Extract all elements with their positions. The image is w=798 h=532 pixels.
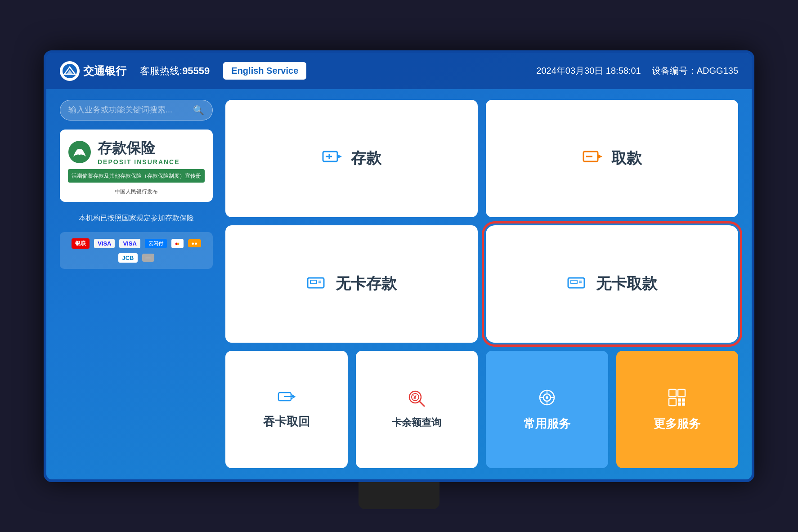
card-icon-visa1: VISA	[94, 239, 115, 248]
svg-rect-25	[669, 389, 676, 397]
card-icon-jcb: JCB	[118, 253, 137, 263]
svg-point-20	[546, 396, 548, 399]
card-return-icon	[278, 390, 296, 409]
bank-name-zh: 交通银行	[83, 64, 126, 78]
card-icons-row: 银联 VISA VISA 云闪付 ●● ●● JCB —	[60, 232, 213, 269]
card-icon-visa2: VISA	[119, 239, 140, 248]
di-subtitle: DEPOSIT INSURANCE	[98, 158, 180, 165]
di-green-bar: 活期储蓄存款及其他存款保险（存款保险制度）宣传册	[68, 169, 205, 183]
datetime: 2024年03月30日 18:58:01	[536, 65, 641, 77]
common-services-icon	[537, 388, 557, 411]
datetime-device: 2024年03月30日 18:58:01 设备编号：ADGG135	[536, 65, 738, 77]
grid-row-3: 吞卡取回 ¥ 卡余额查询	[225, 351, 738, 468]
grid-row-2: 无卡存款 无卡取款	[225, 225, 738, 343]
cardless-deposit-icon	[307, 273, 327, 295]
header: 交通银行 客服热线:95559 English Service 2024年03月…	[46, 53, 752, 89]
bank-logo: 交通银行	[60, 61, 126, 81]
deposit-insurance-card: 存款保险 DEPOSIT INSURANCE 活期储蓄存款及其他存款保险（存款保…	[60, 130, 213, 202]
withdraw-button[interactable]: 取款	[486, 100, 738, 217]
bottom-stand	[359, 482, 439, 509]
svg-rect-26	[678, 389, 685, 397]
svg-rect-9	[571, 280, 577, 284]
di-title: 存款保险	[98, 139, 180, 158]
cardless-withdraw-button[interactable]: 无卡取款	[486, 225, 738, 343]
grid-row-1: 存款 取款	[225, 100, 738, 217]
card-icon-other: —	[142, 254, 154, 262]
left-panel: 🔍 存款保险 DEPOSIT INSURANCE 活期储蓄存款及其	[60, 100, 213, 469]
deposit-label: 存款	[351, 148, 381, 169]
card-return-label: 吞卡取回	[263, 414, 310, 429]
deposit-button[interactable]: 存款	[225, 100, 478, 217]
balance-query-button[interactable]: ¥ 卡余额查询	[356, 351, 478, 468]
more-services-label: 更多服务	[654, 416, 700, 432]
main-content: 🔍 存款保险 DEPOSIT INSURANCE 活期储蓄存款及其	[46, 89, 752, 479]
cardless-deposit-label: 无卡存款	[336, 273, 397, 294]
balance-icon: ¥	[408, 389, 426, 411]
withdraw-label: 取款	[611, 148, 642, 169]
svg-rect-5	[310, 280, 317, 284]
common-services-label: 常用服务	[524, 416, 570, 432]
common-services-button[interactable]: 常用服务	[486, 351, 608, 468]
search-input[interactable]	[68, 105, 188, 115]
svg-rect-31	[682, 402, 685, 406]
cardless-withdraw-label: 无卡取款	[596, 273, 657, 294]
grid-panel: 存款 取款	[225, 100, 738, 469]
cardless-deposit-button[interactable]: 无卡存款	[225, 225, 478, 343]
svg-rect-30	[678, 402, 681, 406]
svg-text:¥: ¥	[413, 394, 417, 401]
card-icon-quickpass: 云闪付	[145, 239, 167, 248]
device-id: 设备编号：ADGG135	[652, 65, 738, 77]
hotline: 客服热线:95559	[140, 64, 210, 78]
search-bar[interactable]: 🔍	[60, 100, 213, 121]
card-icon-unionpay: 银联	[72, 238, 90, 249]
search-icon: 🔍	[193, 105, 204, 116]
bank-logo-icon	[60, 61, 80, 81]
di-text: 存款保险 DEPOSIT INSURANCE	[98, 139, 180, 165]
more-services-button[interactable]: 更多服务	[616, 351, 739, 468]
deposit-insurance-logo-icon	[68, 140, 91, 164]
svg-rect-27	[669, 398, 676, 406]
svg-rect-28	[678, 398, 681, 402]
di-top: 存款保险 DEPOSIT INSURANCE	[68, 139, 205, 165]
svg-rect-29	[682, 398, 685, 402]
withdraw-icon	[583, 148, 603, 169]
insurance-footer: 本机构已按照国家规定参加存款保险	[60, 214, 213, 223]
svg-line-17	[420, 402, 424, 406]
card-icon-discover: ●●	[188, 239, 201, 247]
english-service-button[interactable]: English Service	[223, 62, 306, 80]
card-return-button[interactable]: 吞卡取回	[225, 351, 348, 468]
cardless-withdraw-icon	[567, 273, 588, 295]
atm-screen: 交通银行 客服热线:95559 English Service 2024年03月…	[44, 50, 754, 482]
di-notice: 中国人民银行发布	[115, 188, 158, 196]
more-services-icon	[667, 388, 687, 411]
card-icon-mastercard: ●●	[171, 239, 184, 248]
deposit-icon	[322, 148, 343, 169]
balance-query-label: 卡余额查询	[392, 416, 441, 429]
